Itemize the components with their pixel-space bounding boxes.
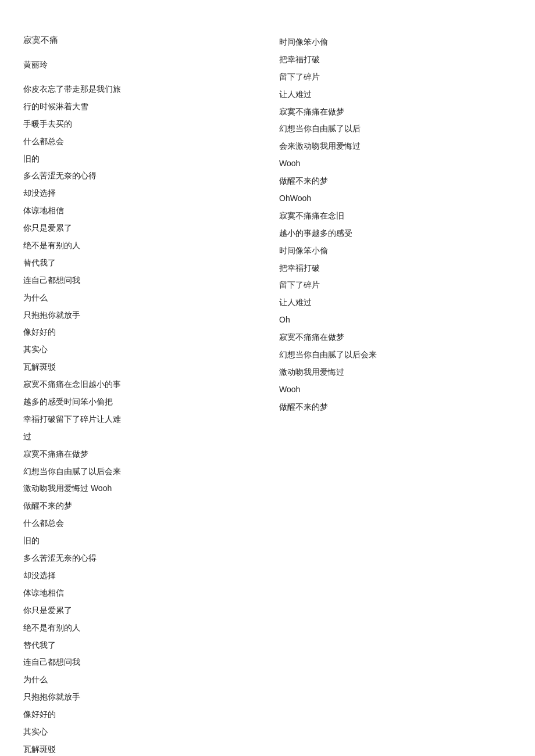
lyric-line: 越小的事越多的感受 bbox=[279, 226, 512, 241]
lyric-line: 激动吻我用爱悔过 bbox=[279, 365, 512, 380]
lyric-line: 什么都总会 bbox=[23, 134, 256, 149]
lyric-line: 什么都总会 bbox=[23, 516, 256, 531]
lyric-line: 多么苦涩无奈的心得 bbox=[23, 551, 256, 566]
lyric-line: 为什么 bbox=[23, 291, 256, 306]
lyric-line: 时间像笨小偷 bbox=[279, 35, 512, 50]
left-column: 寂寞不痛 黄丽玲 你皮衣忘了带走那是我们旅行的时候淋着大雪手暖手去买的什么都总会… bbox=[23, 35, 256, 756]
lyric-line: 寂寞不痛痛在做梦 bbox=[279, 105, 512, 120]
lyric-line: 留下了碎片 bbox=[279, 278, 512, 293]
lyric-line: 连自己都想问我 bbox=[23, 655, 256, 670]
lyric-line: 让人难过 bbox=[279, 295, 512, 310]
lyric-line: 做醒不来的梦 bbox=[279, 400, 512, 415]
lyric-line: 绝不是有别的人 bbox=[23, 621, 256, 636]
lyric-line: 你只是爱累了 bbox=[23, 603, 256, 618]
lyric-line: 旧的 bbox=[23, 533, 256, 549]
lyric-line: OhWooh bbox=[279, 191, 512, 206]
lyric-line: 绝不是有别的人 bbox=[23, 238, 256, 253]
lyric-line: 寂寞不痛痛在念旧越小的事 bbox=[23, 377, 256, 392]
lyric-line: 寂寞不痛痛在做梦 bbox=[23, 447, 256, 462]
lyric-line: 旧的 bbox=[23, 152, 256, 167]
right-lyrics: 时间像笨小偷把幸福打破留下了碎片让人难过寂寞不痛痛在做梦幻想当你自由腻了以后会来… bbox=[279, 35, 512, 415]
lyric-line: 做醒不来的梦 bbox=[23, 499, 256, 514]
lyric-line: 瓦解斑驳 bbox=[23, 360, 256, 375]
lyric-line: 寂寞不痛痛在做梦 bbox=[279, 330, 512, 345]
lyric-line: 其实心 bbox=[23, 725, 256, 740]
lyric-line: 过 bbox=[23, 429, 256, 445]
lyric-line: 幸福打破留下了碎片让人难 bbox=[23, 412, 256, 427]
lyric-line: 越多的感受时间笨小偷把 bbox=[23, 395, 256, 410]
artist-name: 黄丽玲 bbox=[23, 60, 256, 70]
lyric-line: 像好好的 bbox=[23, 325, 256, 340]
lyric-line: 把幸福打破 bbox=[279, 52, 512, 67]
lyric-line: 激动吻我用爱悔过 Wooh bbox=[23, 481, 256, 496]
lyric-line: 却没选择 bbox=[23, 568, 256, 583]
lyric-line: 却没选择 bbox=[23, 186, 256, 201]
lyric-line: 替代我了 bbox=[23, 638, 256, 653]
lyric-line: 体谅地相信 bbox=[23, 586, 256, 601]
lyric-line: 其实心 bbox=[23, 342, 256, 357]
lyric-line: Wooh bbox=[279, 156, 512, 171]
lyric-line: 替代我了 bbox=[23, 256, 256, 271]
left-lyrics: 你皮衣忘了带走那是我们旅行的时候淋着大雪手暖手去买的什么都总会旧的多么苦涩无奈的… bbox=[23, 82, 256, 756]
lyric-line: 幻想当你自由腻了以后会来 bbox=[23, 464, 256, 479]
lyric-line: 会来激动吻我用爱悔过 bbox=[279, 139, 512, 154]
lyric-line: 瓦解斑驳 bbox=[23, 742, 256, 756]
lyric-line: 多么苦涩无奈的心得 bbox=[23, 169, 256, 184]
lyric-line: 为什么 bbox=[23, 672, 256, 687]
lyric-line: Oh bbox=[279, 313, 512, 328]
lyric-line: 连自己都想问我 bbox=[23, 273, 256, 288]
lyric-line: 时间像笨小偷 bbox=[279, 243, 512, 259]
lyric-line: 你只是爱累了 bbox=[23, 221, 256, 236]
lyric-line: Wooh bbox=[279, 382, 512, 397]
right-column: 时间像笨小偷把幸福打破留下了碎片让人难过寂寞不痛痛在做梦幻想当你自由腻了以后会来… bbox=[279, 35, 512, 756]
lyric-line: 做醒不来的梦 bbox=[279, 174, 512, 189]
lyric-line: 把幸福打破 bbox=[279, 261, 512, 276]
lyric-line: 寂寞不痛痛在念旧 bbox=[279, 209, 512, 224]
song-title: 寂寞不痛 bbox=[23, 35, 256, 46]
lyric-line: 体谅地相信 bbox=[23, 203, 256, 218]
lyric-line: 让人难过 bbox=[279, 87, 512, 102]
lyric-line: 幻想当你自由腻了以后 bbox=[279, 121, 512, 137]
lyric-line: 你皮衣忘了带走那是我们旅 bbox=[23, 82, 256, 97]
lyric-line: 留下了碎片 bbox=[279, 70, 512, 85]
lyric-line: 幻想当你自由腻了以后会来 bbox=[279, 347, 512, 363]
lyric-line: 像好好的 bbox=[23, 707, 256, 722]
lyric-line: 只抱抱你就放手 bbox=[23, 308, 256, 323]
lyric-line: 手暖手去买的 bbox=[23, 117, 256, 132]
lyric-line: 只抱抱你就放手 bbox=[23, 690, 256, 705]
lyric-line: 行的时候淋着大雪 bbox=[23, 99, 256, 114]
lyrics-container: 寂寞不痛 黄丽玲 你皮衣忘了带走那是我们旅行的时候淋着大雪手暖手去买的什么都总会… bbox=[23, 35, 512, 756]
